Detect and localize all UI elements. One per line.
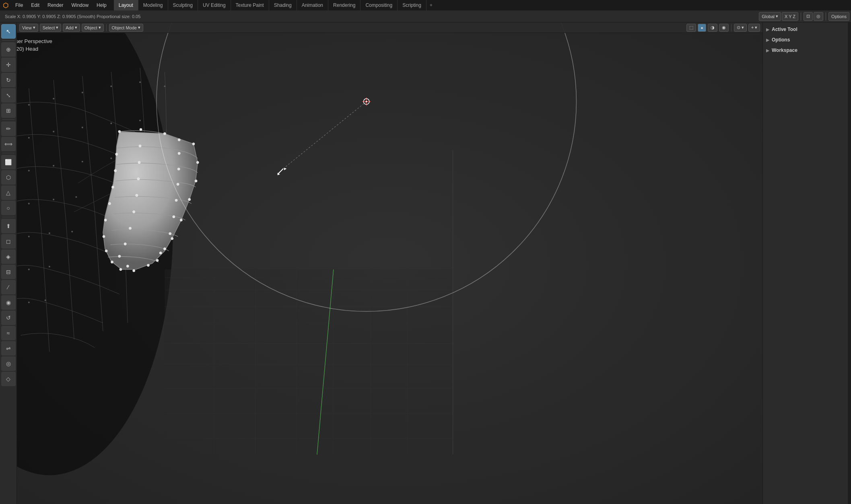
tab-scripting[interactable]: Scripting (398, 0, 427, 10)
svg-point-73 (136, 194, 138, 197)
svg-point-62 (111, 186, 114, 188)
menu-window[interactable]: Window (67, 0, 93, 10)
svg-point-75 (133, 211, 135, 213)
tool-add-cone[interactable]: △ (1, 185, 16, 200)
tool-rotate[interactable]: ↻ (1, 73, 16, 87)
tool-bevel[interactable]: ◈ (1, 249, 16, 264)
xyz-label: X Y Z (785, 14, 795, 19)
vp-sep-2 (731, 24, 731, 31)
tool-scale[interactable]: ⤡ (1, 88, 16, 103)
svg-point-57 (111, 261, 113, 263)
svg-point-35 (28, 203, 30, 204)
top-menu-bar: ⬡ File Edit Render Window Help Layout Mo… (0, 0, 851, 10)
svg-point-54 (147, 264, 149, 267)
viewport-scene[interactable]: User Perspective (220) Head (17, 23, 762, 504)
options-btn[interactable]: Options (828, 12, 849, 21)
active-tool-header[interactable]: ▶ Active Tool (763, 24, 851, 35)
tool-spin[interactable]: ↺ (1, 311, 16, 325)
svg-point-40 (71, 231, 73, 232)
svg-point-56 (120, 268, 122, 271)
viewport-shading-solid[interactable]: ● (698, 24, 706, 32)
tab-texture-paint[interactable]: Texture Paint (231, 0, 269, 10)
tool-knife[interactable]: ∕ (1, 280, 16, 294)
svg-point-42 (49, 266, 50, 267)
menu-render[interactable]: Render (43, 0, 67, 10)
transform-global-btn[interactable]: Global ▾ (759, 12, 781, 21)
options-label: Options (831, 14, 847, 19)
svg-point-23 (110, 86, 112, 87)
tool-cursor[interactable]: ⊕ (1, 42, 16, 57)
svg-point-24 (139, 81, 141, 83)
tab-shading[interactable]: Shading (269, 0, 297, 10)
tool-add-cube[interactable]: ⬜ (1, 155, 16, 169)
active-tool-arrow: ▶ (766, 27, 769, 32)
object-menu-btn[interactable]: Object▾ (82, 24, 104, 32)
menu-file[interactable]: File (11, 0, 27, 10)
mode-dropdown[interactable]: Object Mode▾ (109, 24, 143, 32)
viewport-info-object: (220) Head (17, 46, 38, 52)
svg-rect-2 (165, 269, 453, 455)
tool-select[interactable]: ↖ (1, 24, 16, 39)
tab-sculpting[interactable]: Sculpting (168, 0, 198, 10)
blender-logo[interactable]: ⬡ (0, 0, 11, 10)
workspace-header[interactable]: ▶ Workspace (763, 45, 851, 56)
tool-inset[interactable]: ◻ (1, 234, 16, 249)
tool-transform[interactable]: ⊞ (1, 103, 16, 118)
toolbar-separator-1 (801, 12, 801, 21)
tool-smooth[interactable]: ≈ (1, 326, 16, 340)
workspace-tabs: Layout Modeling Sculpting UV Editing Tex… (114, 0, 436, 10)
tab-rendering[interactable]: Rendering (328, 0, 361, 10)
viewport-shading-material[interactable]: ◑ (708, 24, 717, 32)
viewport-3d[interactable]: View▾ Select▾ Add▾ Object▾ Object Mode▾ … (17, 23, 762, 504)
svg-point-28 (82, 127, 83, 128)
svg-point-67 (139, 145, 141, 147)
tool-shear[interactable]: ◇ (1, 372, 16, 386)
svg-point-36 (53, 199, 54, 200)
svg-point-65 (140, 128, 142, 131)
tool-shrink[interactable]: ◎ (1, 356, 16, 371)
svg-point-34 (110, 158, 112, 159)
tool-add-cylinder[interactable]: ⬡ (1, 170, 16, 185)
svg-point-39 (49, 232, 50, 234)
tool-move[interactable]: ✛ (1, 58, 16, 72)
tab-animation[interactable]: Animation (297, 0, 328, 10)
svg-point-20 (28, 104, 30, 106)
tool-extrude[interactable]: ⬆ (1, 219, 16, 233)
tool-edge-slide[interactable]: ⇌ (1, 341, 16, 356)
menu-help[interactable]: Help (93, 0, 111, 10)
svg-point-81 (118, 255, 121, 257)
svg-point-30 (139, 119, 141, 121)
tool-add-sphere[interactable]: ○ (1, 201, 16, 215)
viewport-shading-render[interactable]: ◉ (719, 24, 729, 32)
menu-edit[interactable]: Edit (27, 0, 43, 10)
add-menu-btn[interactable]: Add▾ (63, 24, 80, 32)
gizmo-btn[interactable]: ⌖▾ (748, 24, 760, 32)
svg-point-80 (163, 248, 166, 250)
view-menu-btn[interactable]: View▾ (19, 24, 38, 32)
tool-loop-cut[interactable]: ⊟ (1, 265, 16, 279)
tool-sep-4 (2, 217, 14, 217)
tab-modeling[interactable]: Modeling (138, 0, 168, 10)
tab-add-button[interactable]: + (427, 2, 436, 8)
panel-scrollbar[interactable] (848, 23, 851, 504)
svg-point-21 (53, 98, 54, 99)
viewport-shading-wire[interactable]: ⬚ (686, 24, 696, 32)
options-header[interactable]: ▶ Options (763, 35, 851, 45)
proportional-btn[interactable]: ◎ (814, 12, 823, 21)
svg-point-31 (28, 170, 30, 171)
tab-layout[interactable]: Layout (114, 0, 138, 10)
select-menu-btn[interactable]: Select▾ (40, 24, 62, 32)
svg-point-63 (114, 169, 117, 172)
tool-measure[interactable]: ⟺ (1, 137, 16, 151)
tab-uv-editing[interactable]: UV Editing (198, 0, 231, 10)
svg-point-58 (105, 250, 107, 252)
snap-btn[interactable]: ⊡ (804, 12, 813, 21)
transform-xyz-btn[interactable]: X Y Z (782, 12, 798, 21)
tab-compositing[interactable]: Compositing (361, 0, 398, 10)
add-label: Add (66, 25, 74, 30)
overlay-btn[interactable]: ⊙▾ (734, 24, 747, 32)
tool-annotate[interactable]: ✏ (1, 121, 16, 136)
tool-poly-build[interactable]: ◉ (1, 295, 16, 310)
svg-point-47 (192, 143, 195, 145)
svg-point-44 (45, 300, 46, 301)
